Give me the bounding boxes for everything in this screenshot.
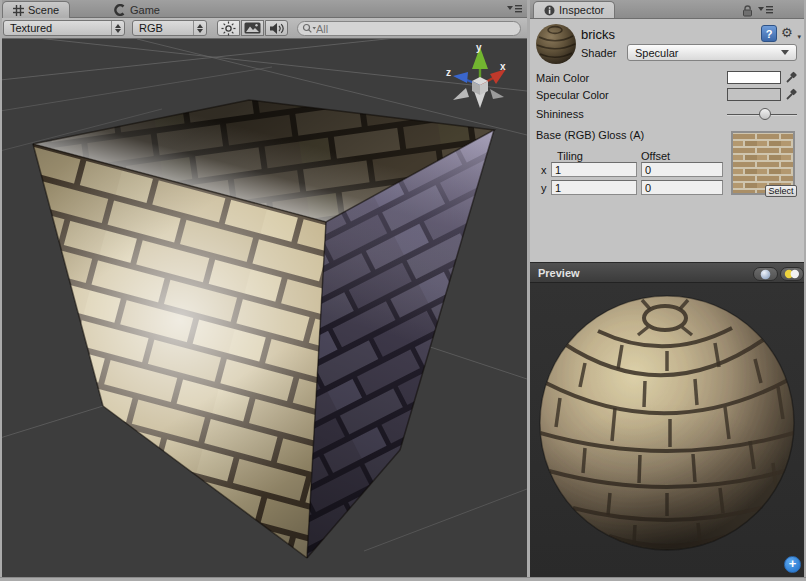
- color-mode-dropdown[interactable]: RGB: [132, 20, 207, 36]
- game-icon: [114, 4, 126, 16]
- scene-audio-toggle[interactable]: [265, 20, 288, 36]
- preview-add-button[interactable]: +: [784, 556, 801, 573]
- lock-icon[interactable]: [742, 5, 753, 17]
- panel-divider[interactable]: [527, 0, 530, 577]
- main-color-swatch[interactable]: [727, 71, 781, 84]
- offset-y-input[interactable]: [641, 180, 723, 195]
- shader-label: Shader: [581, 47, 616, 59]
- unity-editor-window: { "scene": { "tabs": [ { "label": "Scene…: [0, 0, 806, 581]
- offset-x-input[interactable]: [641, 162, 723, 177]
- preview-header[interactable]: Preview: [530, 262, 806, 283]
- tab-inspector-label: Inspector: [559, 4, 604, 16]
- tiling-y-label: y: [541, 182, 547, 194]
- specular-color-label: Specular Color: [536, 89, 609, 101]
- speaker-icon: [269, 22, 285, 35]
- preview-sphere-render: [530, 283, 806, 577]
- scene-viewport[interactable]: y x z: [2, 39, 527, 577]
- inspector-panel: Inspector brick: [530, 0, 806, 262]
- eyedropper-icon[interactable]: [785, 71, 798, 84]
- material-name: bricks: [581, 27, 615, 42]
- draw-mode-dropdown[interactable]: Textured: [3, 20, 125, 36]
- draw-mode-label: Textured: [10, 22, 52, 34]
- window-frame-left: [0, 0, 2, 577]
- info-icon: [544, 5, 555, 16]
- dropdown-arrows-icon: [111, 21, 124, 35]
- gizmo-x-label: x: [500, 61, 506, 72]
- scene-search-field[interactable]: [297, 21, 521, 36]
- tiling-y-input[interactable]: [551, 180, 637, 195]
- window-frame-bottom: [0, 577, 806, 581]
- color-mode-label: RGB: [139, 22, 163, 34]
- shininess-label: Shininess: [536, 108, 584, 120]
- preview-title: Preview: [538, 267, 580, 279]
- inspector-pane-menu-icon[interactable]: [758, 5, 774, 15]
- lighting-dots-icon: [784, 269, 800, 279]
- tab-scene-label: Scene: [28, 4, 59, 16]
- search-input[interactable]: [316, 23, 496, 35]
- preview-panel: Preview: [530, 262, 806, 577]
- gear-icon[interactable]: ⚙▾: [781, 25, 799, 42]
- brick-texture-image: [733, 133, 793, 193]
- tab-game-label: Game: [130, 4, 160, 16]
- shader-dropdown[interactable]: Specular: [627, 44, 797, 61]
- scene-grid-icon: [13, 5, 24, 16]
- tab-inspector[interactable]: Inspector: [533, 1, 615, 18]
- scene-effects-toggle[interactable]: [241, 20, 264, 36]
- specular-color-swatch[interactable]: [727, 88, 781, 101]
- gizmo-z-label: z: [446, 67, 451, 78]
- chevron-down-icon: [781, 50, 789, 55]
- texture-select-button[interactable]: Select: [765, 185, 797, 197]
- scene-pane-menu-icon[interactable]: [507, 4, 523, 14]
- shininess-slider-thumb[interactable]: [759, 108, 771, 120]
- base-map-label: Base (RGB) Gloss (A): [536, 129, 644, 141]
- offset-header: Offset: [641, 150, 670, 162]
- sun-icon: [221, 21, 236, 36]
- scene-toolbar: Textured RGB: [0, 18, 527, 39]
- tiling-x-label: x: [541, 164, 547, 176]
- scene-tab-bar: Scene Game: [0, 0, 527, 18]
- preview-viewport[interactable]: +: [530, 283, 806, 577]
- preview-lighting-button[interactable]: [780, 267, 804, 281]
- material-sphere-thumbnail: [535, 23, 577, 65]
- eyedropper-icon[interactable]: [785, 88, 798, 101]
- sphere-icon: [760, 269, 771, 280]
- tiling-x-input[interactable]: [551, 162, 637, 177]
- dropdown-arrows-icon: [193, 21, 206, 35]
- scene-lighting-toggle[interactable]: [217, 20, 240, 36]
- tab-game[interactable]: Game: [104, 1, 170, 18]
- inspector-tab-bar: Inspector: [530, 0, 806, 19]
- gizmo-y-label: y: [476, 42, 482, 53]
- tab-scene[interactable]: Scene: [2, 1, 70, 18]
- search-icon: [302, 23, 316, 34]
- main-color-label: Main Color: [536, 72, 589, 84]
- tiling-header: Tiling: [557, 150, 583, 162]
- preview-shape-button[interactable]: [753, 267, 778, 281]
- scene-panel: Scene Game Textured RGB: [0, 0, 527, 577]
- help-button[interactable]: ?: [761, 25, 777, 42]
- scene-render: y x z: [2, 39, 527, 577]
- texture-select-label: Select: [768, 186, 793, 196]
- image-icon: [244, 22, 261, 34]
- shader-value: Specular: [635, 47, 678, 59]
